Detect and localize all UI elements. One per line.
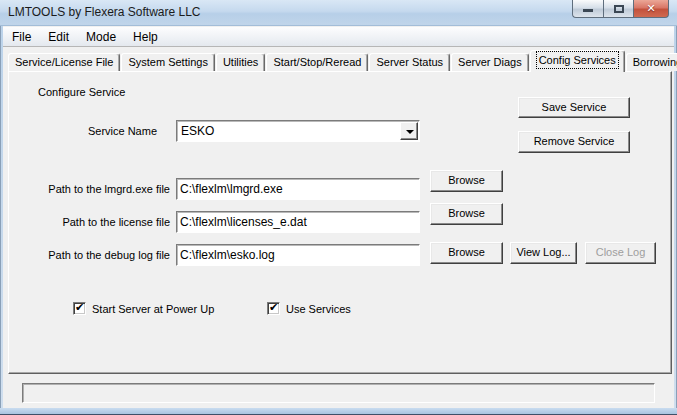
- menu-file[interactable]: File: [4, 28, 39, 46]
- maximize-icon: [614, 5, 624, 13]
- debug-log-path-input[interactable]: [176, 244, 420, 266]
- checkbox-box: ✔: [73, 302, 86, 315]
- service-name-dropdown[interactable]: ESKO: [176, 120, 420, 142]
- window-frame-bottom: [0, 408, 677, 415]
- tab-service-license-file[interactable]: Service/License File: [8, 53, 120, 71]
- menu-help[interactable]: Help: [125, 28, 166, 46]
- tab-server-diags[interactable]: Server Diags: [451, 53, 529, 71]
- menu-bar: File Edit Mode Help: [3, 27, 674, 47]
- checkmark-icon: ✔: [269, 301, 278, 314]
- menu-mode[interactable]: Mode: [78, 28, 124, 46]
- tab-system-settings[interactable]: System Settings: [121, 53, 214, 71]
- maximize-button[interactable]: [603, 0, 634, 18]
- start-server-label: Start Server at Power Up: [92, 303, 214, 315]
- license-path-input[interactable]: [176, 211, 420, 233]
- chevron-down-icon: [406, 130, 414, 134]
- window-controls: ✕: [572, 0, 669, 18]
- tab-strip: Service/License File System Settings Uti…: [8, 50, 677, 71]
- close-icon: ✕: [634, 2, 668, 15]
- configure-service-label: Configure Service: [38, 86, 125, 98]
- start-server-at-power-up-checkbox[interactable]: ✔ Start Server at Power Up: [73, 302, 214, 315]
- lmgrd-path-input[interactable]: [176, 178, 420, 200]
- menu-edit[interactable]: Edit: [40, 28, 77, 46]
- service-name-value: ESKO: [181, 124, 214, 138]
- remove-service-button[interactable]: Remove Service: [518, 131, 630, 153]
- lmgrd-path-label: Path to the lmgrd.exe file: [29, 183, 170, 195]
- license-path-label: Path to the license file: [29, 216, 170, 228]
- tab-server-status[interactable]: Server Status: [369, 53, 450, 71]
- minimize-button[interactable]: [572, 0, 603, 18]
- debug-log-path-label: Path to the debug log file: [29, 249, 170, 261]
- use-services-checkbox[interactable]: ✔ Use Services: [267, 302, 351, 315]
- status-bar: [22, 383, 655, 403]
- service-name-label: Service Name: [29, 125, 157, 137]
- browse-debug-log-button[interactable]: Browse: [430, 242, 503, 264]
- use-services-label: Use Services: [286, 303, 351, 315]
- save-service-button[interactable]: Save Service: [518, 97, 630, 118]
- tab-config-services[interactable]: Config Services: [530, 50, 625, 72]
- tab-start-stop-reread[interactable]: Start/Stop/Reread: [266, 53, 368, 71]
- tab-borrowing[interactable]: Borrowing: [626, 53, 677, 71]
- checkbox-box: ✔: [267, 302, 280, 315]
- browse-license-button[interactable]: Browse: [430, 203, 503, 225]
- checkmark-icon: ✔: [75, 301, 84, 314]
- config-services-panel: Configure Service Service Name ESKO Save…: [8, 71, 672, 374]
- close-button[interactable]: ✕: [634, 0, 669, 18]
- minimize-icon: [583, 9, 593, 12]
- lmtools-window: LMTOOLS by Flexera Software LLC ✕ File E…: [0, 0, 677, 415]
- dropdown-button[interactable]: [400, 122, 418, 140]
- view-log-button[interactable]: View Log...: [510, 242, 577, 264]
- window-title: LMTOOLS by Flexera Software LLC: [8, 5, 201, 19]
- client-area: Service/License File System Settings Uti…: [3, 47, 674, 408]
- close-log-button[interactable]: Close Log: [585, 242, 656, 264]
- browse-lmgrd-button[interactable]: Browse: [430, 170, 503, 192]
- tab-utilities[interactable]: Utilities: [216, 53, 265, 71]
